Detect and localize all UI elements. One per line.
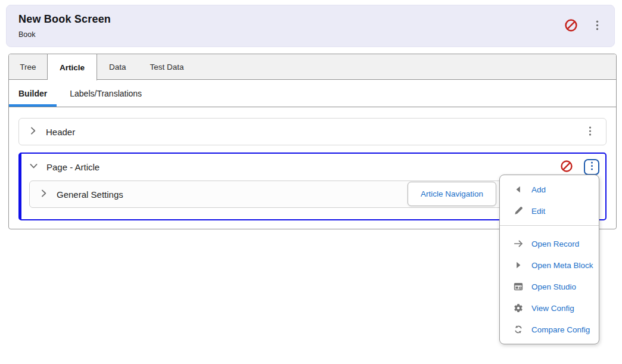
sub-tabbar: Builder Labels/Translations bbox=[9, 80, 616, 107]
article-navigation-button[interactable]: Article Navigation bbox=[408, 182, 496, 206]
ban-icon bbox=[564, 18, 578, 34]
menu-item-label: Compare Config bbox=[531, 325, 590, 334]
menu-item-open-meta-block[interactable]: Open Meta Block bbox=[500, 254, 599, 276]
subtab-labels-translations[interactable]: Labels/Translations bbox=[70, 89, 142, 98]
main-tabbar: Tree Article Data Test Data bbox=[9, 54, 616, 80]
deactivate-button[interactable] bbox=[563, 18, 579, 34]
section-header-row[interactable]: Header bbox=[18, 118, 607, 145]
kebab-icon bbox=[589, 126, 592, 138]
ban-icon bbox=[560, 160, 573, 175]
menu-item-open-studio[interactable]: Open Studio bbox=[500, 276, 599, 297]
menu-item-open-record[interactable]: Open Record bbox=[500, 233, 599, 254]
header-kebab-menu-button[interactable] bbox=[582, 124, 598, 139]
triangle-right-icon bbox=[513, 260, 524, 270]
app-screen: New Book Screen Book bbox=[0, 0, 622, 364]
active-subtab-underline bbox=[9, 104, 57, 107]
tab-data[interactable]: Data bbox=[97, 54, 138, 79]
menu-item-edit[interactable]: Edit bbox=[500, 200, 599, 222]
menu-item-add[interactable]: Add bbox=[500, 179, 599, 200]
tab-label: Test Data bbox=[150, 63, 184, 71]
banner-actions bbox=[563, 5, 605, 46]
menu-item-label: Add bbox=[531, 185, 546, 194]
chevron-right-icon[interactable] bbox=[29, 126, 38, 138]
section-label: General Settings bbox=[57, 189, 123, 200]
context-menu: Add Edit Open Record Open bbox=[499, 175, 599, 344]
menu-item-view-config[interactable]: View Config bbox=[500, 297, 599, 319]
page-deactivate-button[interactable] bbox=[559, 159, 574, 175]
menu-item-label: Open Meta Block bbox=[531, 261, 593, 270]
banner-kebab-menu-button[interactable] bbox=[589, 18, 605, 34]
triangle-left-icon bbox=[513, 185, 524, 194]
tab-label: Tree bbox=[20, 63, 36, 71]
menu-divider bbox=[500, 225, 599, 226]
chevron-right-icon[interactable] bbox=[39, 189, 48, 200]
pencil-icon bbox=[513, 206, 524, 216]
menu-item-label: Open Record bbox=[531, 239, 579, 248]
menu-item-compare-config[interactable]: Compare Config bbox=[500, 319, 599, 340]
tab-tree[interactable]: Tree bbox=[9, 54, 48, 79]
menu-item-label: Edit bbox=[531, 207, 545, 216]
page-kebab-menu-button-active[interactable] bbox=[584, 159, 599, 175]
record-banner: New Book Screen Book bbox=[6, 5, 615, 47]
studio-icon bbox=[513, 282, 524, 291]
subtab-builder[interactable]: Builder bbox=[18, 89, 47, 98]
page-subtitle: Book bbox=[18, 30, 36, 39]
arrow-right-icon bbox=[513, 239, 524, 248]
kebab-icon bbox=[596, 20, 599, 32]
gear-icon bbox=[513, 303, 524, 313]
chevron-down-icon[interactable] bbox=[29, 161, 38, 173]
page-title: New Book Screen bbox=[18, 13, 111, 26]
tab-test-data[interactable]: Test Data bbox=[138, 54, 196, 79]
tab-article[interactable]: Article bbox=[48, 54, 97, 80]
section-label: Header bbox=[46, 127, 75, 137]
menu-item-label: Open Studio bbox=[531, 282, 576, 291]
tab-label: Data bbox=[109, 63, 126, 71]
tab-label: Article bbox=[60, 63, 85, 72]
compare-icon bbox=[513, 325, 524, 334]
section-label: Page - Article bbox=[46, 162, 99, 172]
kebab-icon bbox=[590, 161, 593, 172]
menu-item-label: View Config bbox=[531, 304, 574, 313]
